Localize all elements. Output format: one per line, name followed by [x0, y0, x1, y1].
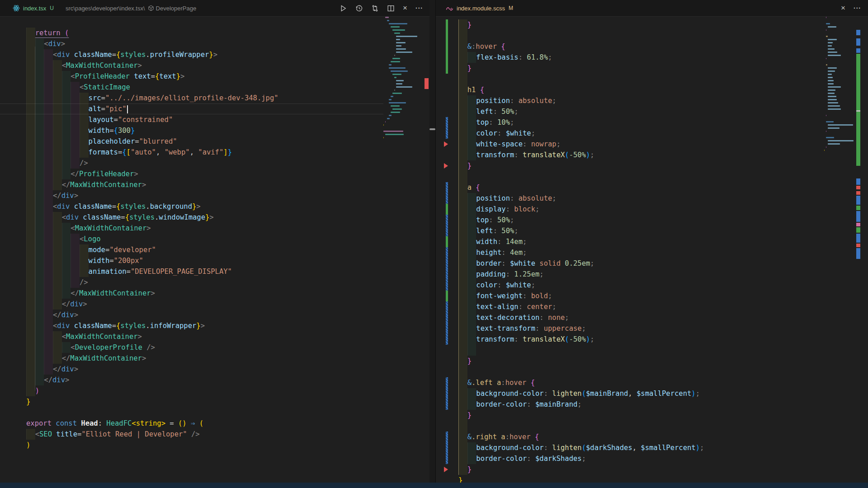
- status-bar[interactable]: [0, 483, 868, 488]
- breadcrumb[interactable]: src\pages\developer\index.tsx\ Developer…: [66, 5, 196, 12]
- code-line[interactable]: </div>: [0, 375, 383, 385]
- code-line[interactable]: &:hover {: [436, 41, 824, 52]
- code-line[interactable]: width: 14em;: [436, 236, 824, 247]
- code-line[interactable]: ): [0, 385, 383, 396]
- overview-ruler-right[interactable]: [855, 17, 868, 483]
- code-line[interactable]: display: block;: [436, 204, 824, 215]
- code-line[interactable]: }: [436, 475, 824, 483]
- minimap-right[interactable]: [824, 17, 855, 483]
- code-line[interactable]: }: [0, 396, 383, 407]
- code-line[interactable]: }: [436, 356, 824, 366]
- code-line[interactable]: <div className={styles.profileWrapper}>: [0, 49, 383, 60]
- code-line[interactable]: height: 4em;: [436, 247, 824, 258]
- code-line[interactable]: />: [0, 158, 383, 169]
- code-line[interactable]: font-weight: bold;: [436, 291, 824, 301]
- code-line[interactable]: &.left a:hover {: [436, 377, 824, 388]
- code-line[interactable]: return (: [0, 28, 383, 38]
- code-line[interactable]: [436, 171, 824, 182]
- code-line[interactable]: a {: [436, 182, 824, 193]
- code-line[interactable]: <DeveloperProfile />: [0, 342, 383, 353]
- code-line[interactable]: layout="constrained": [0, 114, 383, 125]
- breadcrumb-path[interactable]: src\pages\developer\index.tsx\: [66, 5, 145, 12]
- tab-filename[interactable]: index.module.scss: [457, 5, 505, 12]
- code-line[interactable]: }: [436, 410, 824, 421]
- more-actions-button[interactable]: ···: [415, 5, 423, 12]
- code-line[interactable]: padding: 1.25em;: [436, 269, 824, 280]
- code-line[interactable]: <ProfileHeader text={text}>: [0, 71, 383, 82]
- code-line[interactable]: border: $white solid 0.25em;: [436, 258, 824, 269]
- code-line[interactable]: [436, 30, 824, 41]
- code-line[interactable]: border-color: $darkShades;: [436, 453, 824, 464]
- code-line[interactable]: </div>: [0, 310, 383, 320]
- code-line[interactable]: export const Head: HeadFC<string> = () ⇒…: [0, 418, 383, 429]
- code-line[interactable]: alt="pic": [0, 103, 383, 114]
- close-editor-button[interactable]: ×: [403, 5, 407, 12]
- code-editor-left[interactable]: return (<div><div className={styles.prof…: [0, 17, 383, 483]
- code-line[interactable]: }: [436, 63, 824, 74]
- code-line[interactable]: mode="developer": [0, 244, 383, 255]
- code-line[interactable]: ): [0, 440, 383, 450]
- code-line[interactable]: <MaxWidthContainer>: [0, 223, 383, 234]
- code-line[interactable]: </MaxWidthContainer>: [0, 353, 383, 364]
- breadcrumb-symbol[interactable]: DeveloperPage: [156, 5, 197, 12]
- code-line[interactable]: top: 50%;: [436, 215, 824, 225]
- code-line[interactable]: }: [436, 464, 824, 475]
- code-line[interactable]: <MaxWidthContainer>: [0, 331, 383, 342]
- code-line[interactable]: width={300}: [0, 125, 383, 136]
- code-line[interactable]: </div>: [0, 190, 383, 201]
- minimap-left[interactable]: [383, 17, 423, 483]
- code-line[interactable]: [436, 74, 824, 84]
- code-line[interactable]: <Logo: [0, 234, 383, 244]
- code-line[interactable]: [436, 345, 824, 356]
- close-editor-button[interactable]: ×: [841, 5, 845, 12]
- code-line[interactable]: position: absolute;: [436, 193, 824, 204]
- code-line[interactable]: animation="DEVELOPER_PAGE_DISPLAY": [0, 266, 383, 277]
- code-line[interactable]: left: 50%;: [436, 225, 824, 236]
- code-line[interactable]: </MaxWidthContainer>: [0, 288, 383, 299]
- code-line[interactable]: <div className={styles.infoWrapper}>: [0, 320, 383, 331]
- tab-filename[interactable]: index.tsx: [23, 5, 46, 12]
- code-line[interactable]: text-decoration: none;: [436, 312, 824, 323]
- code-line[interactable]: &.right a:hover {: [436, 432, 824, 442]
- code-line[interactable]: [436, 421, 824, 432]
- code-line[interactable]: border-color: $mainBrand;: [436, 399, 824, 410]
- code-line[interactable]: <MaxWidthContainer>: [0, 60, 383, 71]
- code-line[interactable]: [0, 407, 383, 418]
- code-line[interactable]: transform: translateX(-50%);: [436, 150, 824, 160]
- code-line[interactable]: formats={["auto", "webp", "avif"]}: [0, 147, 383, 158]
- code-line[interactable]: color: $white;: [436, 280, 824, 291]
- code-editor-right[interactable]: }&:hover {flex-basis: 61.8%;}h1 {positio…: [436, 17, 824, 483]
- code-line[interactable]: text-align: center;: [436, 301, 824, 312]
- code-line[interactable]: h1 {: [436, 84, 824, 95]
- run-button[interactable]: [340, 5, 347, 12]
- more-actions-button[interactable]: ···: [854, 5, 861, 12]
- code-line[interactable]: background-color: lighten($mainBrand, $s…: [436, 388, 824, 399]
- code-line[interactable]: background-color: lighten($darkShades, $…: [436, 442, 824, 453]
- code-line[interactable]: text-transform: uppercase;: [436, 323, 824, 334]
- timeline-icon[interactable]: [355, 5, 363, 12]
- code-line[interactable]: placeholder="blurred": [0, 136, 383, 147]
- code-line[interactable]: <div>: [0, 38, 383, 49]
- code-line[interactable]: }: [436, 160, 824, 171]
- pane-divider[interactable]: [429, 0, 435, 483]
- code-line[interactable]: white-space: nowrap;: [436, 139, 824, 150]
- code-line[interactable]: <StaticImage: [0, 82, 383, 93]
- code-line[interactable]: top: 10%;: [436, 117, 824, 128]
- code-line[interactable]: />: [0, 277, 383, 288]
- code-line[interactable]: </div>: [0, 299, 383, 310]
- code-line[interactable]: flex-basis: 61.8%;: [436, 52, 824, 63]
- code-line[interactable]: <SEO title="Elliot Reed | Developer" />: [0, 429, 383, 440]
- code-line[interactable]: width="200px": [0, 255, 383, 266]
- sash-handle[interactable]: [429, 128, 435, 130]
- code-line[interactable]: left: 50%;: [436, 106, 824, 117]
- code-line[interactable]: </ProfileHeader>: [0, 169, 383, 179]
- code-line[interactable]: [436, 366, 824, 377]
- code-line[interactable]: position: absolute;: [436, 95, 824, 106]
- code-line[interactable]: </div>: [0, 364, 383, 375]
- code-line[interactable]: color: $white;: [436, 128, 824, 139]
- code-line[interactable]: </MaxWidthContainer>: [0, 179, 383, 190]
- code-line[interactable]: transform: translateX(-50%);: [436, 334, 824, 345]
- code-line[interactable]: <div className={styles.background}>: [0, 201, 383, 212]
- split-editor-icon[interactable]: [387, 5, 395, 12]
- overview-ruler-left[interactable]: [423, 17, 429, 483]
